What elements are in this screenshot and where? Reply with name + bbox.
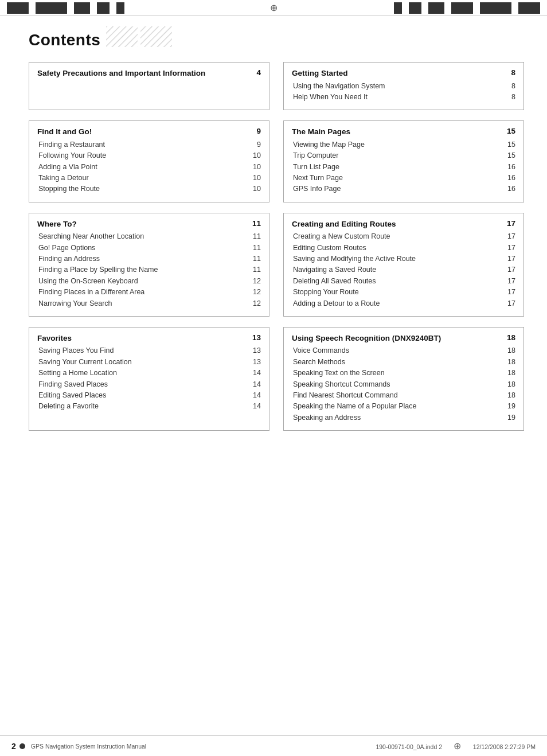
item-label: Finding Saved Places bbox=[38, 379, 108, 390]
section-page-where-to: 11 bbox=[252, 219, 261, 228]
list-item: Adding a Detour to a Route17 bbox=[292, 298, 515, 309]
item-page: 17 bbox=[507, 243, 515, 254]
item-label: Taking a Detour bbox=[38, 173, 89, 184]
section-row-row2: Find It and Go!9Finding a Restaurant9Fol… bbox=[29, 120, 524, 202]
list-item: Adding a Via Point10 bbox=[37, 162, 261, 173]
item-label: Saving and Modifying the Active Route bbox=[293, 254, 416, 264]
list-item: Deleting a Favorite14 bbox=[37, 401, 261, 412]
sections-container: Safety Precautions and Important Informa… bbox=[29, 62, 524, 431]
section-title-where-to: Where To? bbox=[37, 219, 77, 229]
item-page: 8 bbox=[511, 92, 515, 103]
top-square-r4 bbox=[451, 2, 473, 14]
item-label: Speaking the Name of a Popular Place bbox=[293, 401, 416, 412]
top-square-r1 bbox=[394, 2, 402, 14]
item-page: 11 bbox=[253, 254, 261, 264]
list-item: Editing Custom Routes17 bbox=[292, 243, 515, 254]
section-box-find-it-go: Find It and Go!9Finding a Restaurant9Fol… bbox=[29, 120, 269, 202]
list-item: Trip Computer15 bbox=[292, 150, 515, 161]
main-content: Contents Safety Precaut bbox=[0, 16, 547, 476]
item-page: 13 bbox=[253, 357, 261, 368]
bottom-crosshair-icon: ⊕ bbox=[454, 741, 461, 751]
item-label: Finding a Place by Spelling the Name bbox=[38, 264, 158, 275]
list-item: Deleting All Saved Routes17 bbox=[292, 276, 515, 287]
section-row-row1: Safety Precautions and Important Informa… bbox=[29, 62, 524, 110]
section-items-main-pages: Viewing the Map Page15Trip Computer15Tur… bbox=[292, 139, 515, 195]
list-item: Speaking Text on the Screen18 bbox=[292, 368, 515, 379]
list-item: Finding Saved Places14 bbox=[37, 379, 261, 390]
item-label: Adding a Via Point bbox=[38, 162, 97, 173]
item-label: Next Turn Page bbox=[293, 173, 343, 184]
item-label: Help When You Need It bbox=[293, 92, 368, 103]
bottom-bar: 2 GPS Navigation System Instruction Manu… bbox=[0, 735, 547, 756]
list-item: Voice Commands18 bbox=[292, 345, 515, 356]
section-title-find-it-go: Find It and Go! bbox=[37, 127, 92, 137]
item-page: 13 bbox=[253, 345, 261, 356]
section-items-creating-editing-routes: Creating a New Custom Route17Editing Cus… bbox=[292, 231, 515, 309]
item-label: Go! Page Options bbox=[38, 243, 95, 254]
item-page: 17 bbox=[507, 276, 515, 287]
item-label: Find Nearest Shortcut Command bbox=[293, 390, 398, 401]
item-page: 10 bbox=[253, 162, 261, 173]
list-item: Speaking an Address19 bbox=[292, 412, 515, 423]
list-item: Following Your Route10 bbox=[37, 150, 261, 161]
top-square-1 bbox=[7, 2, 29, 14]
item-page: 15 bbox=[507, 150, 515, 161]
section-header-where-to: Where To?11 bbox=[37, 219, 261, 229]
list-item: Taking a Detour10 bbox=[37, 173, 261, 184]
list-item: Creating a New Custom Route17 bbox=[292, 231, 515, 242]
section-box-favorites: Favorites13Saving Places You Find13Savin… bbox=[29, 327, 269, 431]
item-page: 19 bbox=[507, 412, 515, 423]
bottom-left: 2 GPS Navigation System Instruction Manu… bbox=[11, 742, 146, 751]
section-box-main-pages: The Main Pages15Viewing the Map Page15Tr… bbox=[283, 120, 524, 202]
item-label: Saving Your Current Location bbox=[38, 357, 132, 368]
section-items-where-to: Searching Near Another Location11Go! Pag… bbox=[37, 231, 261, 309]
list-item: Viewing the Map Page15 bbox=[292, 139, 515, 150]
list-item: Find Nearest Shortcut Command18 bbox=[292, 390, 515, 401]
section-page-creating-editing-routes: 17 bbox=[507, 219, 515, 228]
list-item: Finding Places in a Different Area12 bbox=[37, 287, 261, 298]
list-item: Speaking the Name of a Popular Place19 bbox=[292, 401, 515, 412]
section-page-safety: 4 bbox=[256, 68, 261, 77]
item-page: 9 bbox=[257, 139, 261, 150]
footer-manual-title: GPS Navigation System Instruction Manual bbox=[31, 743, 146, 750]
list-item: Help When You Need It8 bbox=[292, 92, 515, 103]
item-label: Deleting All Saved Routes bbox=[293, 276, 376, 287]
list-item: Setting a Home Location14 bbox=[37, 368, 261, 379]
item-label: Finding a Restaurant bbox=[38, 139, 105, 150]
bottom-circle-icon bbox=[19, 743, 25, 749]
item-page: 18 bbox=[507, 357, 515, 368]
item-page: 18 bbox=[507, 379, 515, 390]
item-label: Trip Computer bbox=[293, 150, 338, 161]
item-page: 11 bbox=[253, 243, 261, 254]
page-title: Contents bbox=[29, 31, 100, 49]
item-label: Deleting a Favorite bbox=[38, 401, 99, 412]
item-page: 10 bbox=[253, 150, 261, 161]
list-item: Go! Page Options11 bbox=[37, 243, 261, 254]
item-page: 14 bbox=[253, 401, 261, 412]
item-page: 18 bbox=[507, 390, 515, 401]
top-square-r6 bbox=[518, 2, 540, 14]
diagonal-decoration bbox=[106, 26, 175, 47]
item-label: Turn List Page bbox=[293, 162, 339, 173]
footer-timestamp: 12/12/2008 2:27:29 PM bbox=[473, 743, 536, 750]
list-item: Saving Your Current Location13 bbox=[37, 357, 261, 368]
item-page: 16 bbox=[507, 184, 515, 194]
item-page: 18 bbox=[507, 345, 515, 356]
list-item: Navigating a Saved Route17 bbox=[292, 264, 515, 275]
list-item: Editing Saved Places14 bbox=[37, 390, 261, 401]
item-page: 19 bbox=[507, 401, 515, 412]
item-label: Creating a New Custom Route bbox=[293, 231, 390, 242]
svg-rect-1 bbox=[106, 26, 138, 47]
top-square-3 bbox=[74, 2, 90, 14]
section-header-creating-editing-routes: Creating and Editing Routes17 bbox=[292, 219, 515, 229]
top-square-4 bbox=[97, 2, 110, 14]
list-item: Using the Navigation System8 bbox=[292, 81, 515, 92]
item-page: 17 bbox=[507, 287, 515, 298]
item-label: Speaking Shortcut Commands bbox=[293, 379, 390, 390]
list-item: Turn List Page16 bbox=[292, 162, 515, 173]
list-item: Searching Near Another Location11 bbox=[37, 231, 261, 242]
section-page-main-pages: 15 bbox=[507, 127, 515, 135]
section-items-favorites: Saving Places You Find13Saving Your Curr… bbox=[37, 345, 261, 412]
section-header-find-it-go: Find It and Go!9 bbox=[37, 127, 261, 137]
item-label: Saving Places You Find bbox=[38, 345, 114, 356]
